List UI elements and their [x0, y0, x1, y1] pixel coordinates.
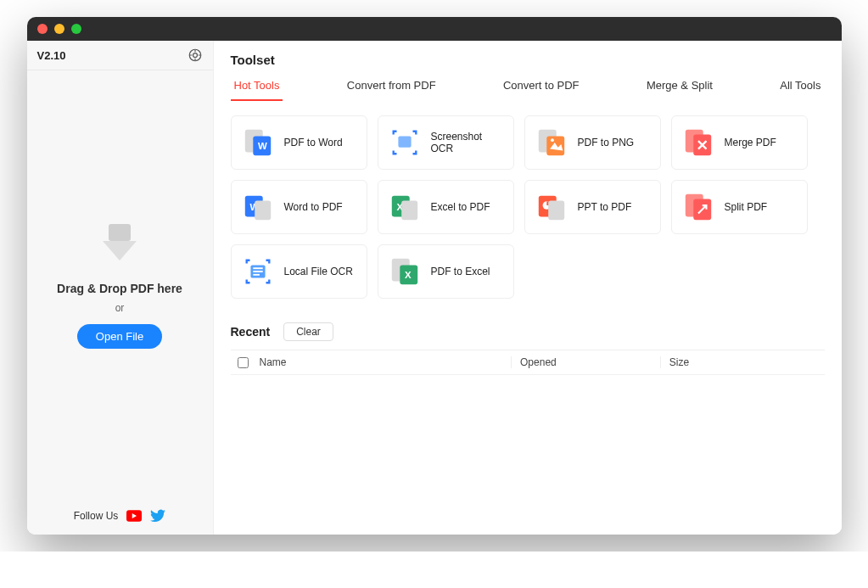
- svg-rect-23: [548, 200, 564, 220]
- tab-all-tools[interactable]: All Tools: [776, 72, 824, 100]
- tool-screenshot-ocr[interactable]: Screenshot OCR: [378, 115, 514, 170]
- tool-label: PDF to Excel: [431, 266, 490, 277]
- tool-grid: WPDF to WordScreenshot OCRPDF to PNGMerg…: [231, 115, 808, 299]
- toolset-title: Toolset: [231, 53, 825, 67]
- minimize-icon[interactable]: [54, 24, 64, 34]
- recent-title: Recent: [231, 325, 271, 339]
- main-panel: Toolset Hot ToolsConvert from PDFConvert…: [214, 41, 842, 535]
- svg-rect-17: [255, 200, 271, 220]
- tool-label: Screenshot OCR: [431, 131, 503, 154]
- tab-convert-to-pdf[interactable]: Convert to PDF: [500, 72, 583, 100]
- drop-area[interactable]: Drag & Drop PDF here or Open File: [27, 70, 213, 497]
- twitter-icon[interactable]: [150, 509, 165, 523]
- or-text: or: [115, 302, 125, 314]
- svg-rect-20: [401, 200, 417, 220]
- support-icon[interactable]: [188, 48, 203, 63]
- svg-rect-27: [253, 267, 262, 269]
- tool-pdf-to-png[interactable]: PDF to PNG: [524, 115, 661, 170]
- svg-rect-9: [398, 136, 411, 147]
- tool-label: PDF to Word: [284, 137, 343, 148]
- sidebar: V2.10 Drag & Drop PDF here or Open File …: [27, 41, 214, 535]
- pdf-to-excel-icon: X: [389, 255, 421, 288]
- tab-merge-split[interactable]: Merge & Split: [643, 72, 716, 100]
- svg-rect-28: [253, 271, 262, 272]
- svg-rect-2: [109, 224, 131, 241]
- app-body: V2.10 Drag & Drop PDF here or Open File …: [27, 41, 842, 535]
- col-opened-header[interactable]: Opened: [511, 356, 660, 368]
- word-to-pdf-icon: W: [242, 191, 274, 223]
- tool-label: PDF to PNG: [578, 137, 635, 148]
- titlebar: [27, 17, 842, 41]
- youtube-icon[interactable]: [126, 509, 142, 523]
- tool-label: Local File OCR: [284, 266, 353, 277]
- local-file-ocr-icon: [242, 255, 274, 288]
- ppt-to-pdf-icon: [535, 191, 568, 223]
- sidebar-footer: Follow Us: [27, 497, 213, 535]
- drop-text: Drag & Drop PDF here: [57, 282, 182, 295]
- recent-header: Recent Clear: [231, 322, 825, 341]
- tool-word-to-pdf[interactable]: WWord to PDF: [231, 180, 367, 234]
- col-size-header[interactable]: Size: [660, 356, 809, 368]
- excel-to-pdf-icon: X: [389, 191, 421, 223]
- sidebar-header: V2.10: [27, 41, 213, 70]
- tab-hot-tools[interactable]: Hot Tools: [231, 72, 283, 100]
- recent-table-head: Name Opened Size: [231, 350, 825, 375]
- tool-local-file-ocr[interactable]: Local File OCR: [231, 244, 367, 299]
- download-arrow-icon: [90, 220, 149, 266]
- col-name-header[interactable]: Name: [255, 356, 512, 368]
- svg-rect-29: [253, 274, 260, 276]
- tool-pdf-to-word[interactable]: WPDF to Word: [231, 115, 367, 170]
- clear-recent-button[interactable]: Clear: [283, 322, 333, 341]
- tool-label: Word to PDF: [284, 201, 343, 213]
- svg-marker-3: [103, 241, 137, 260]
- follow-us-label: Follow Us: [74, 510, 119, 522]
- merge-pdf-icon: [682, 126, 714, 159]
- tool-merge-pdf[interactable]: Merge PDF: [671, 115, 808, 170]
- screenshot-ocr-icon: [389, 126, 421, 159]
- pdf-to-word-icon: W: [242, 126, 274, 159]
- toolset-tabs: Hot ToolsConvert from PDFConvert to PDFM…: [231, 72, 825, 100]
- close-icon[interactable]: [37, 24, 48, 34]
- maximize-icon[interactable]: [71, 24, 81, 34]
- recent-table: Name Opened Size: [231, 350, 825, 375]
- version-label: V2.10: [37, 49, 66, 62]
- tool-pdf-to-excel[interactable]: XPDF to Excel: [378, 244, 514, 299]
- pdf-to-png-icon: [535, 126, 568, 159]
- tool-label: Excel to PDF: [431, 201, 490, 213]
- app-window: V2.10 Drag & Drop PDF here or Open File …: [27, 17, 842, 535]
- select-all-checkbox[interactable]: [238, 357, 255, 368]
- tab-convert-from-pdf[interactable]: Convert from PDF: [344, 72, 440, 100]
- split-pdf-icon: [682, 191, 714, 223]
- tool-label: Split PDF: [725, 201, 768, 213]
- tool-label: Merge PDF: [725, 137, 776, 148]
- svg-rect-12: [551, 138, 554, 142]
- open-file-button[interactable]: Open File: [77, 324, 162, 349]
- tool-ppt-to-pdf[interactable]: PPT to PDF: [524, 180, 661, 234]
- tool-label: PPT to PDF: [578, 201, 632, 213]
- tool-split-pdf[interactable]: Split PDF: [671, 180, 808, 234]
- svg-text:W: W: [258, 141, 267, 151]
- svg-text:X: X: [405, 270, 412, 280]
- svg-point-1: [193, 53, 197, 58]
- tool-excel-to-pdf[interactable]: XExcel to PDF: [378, 180, 514, 234]
